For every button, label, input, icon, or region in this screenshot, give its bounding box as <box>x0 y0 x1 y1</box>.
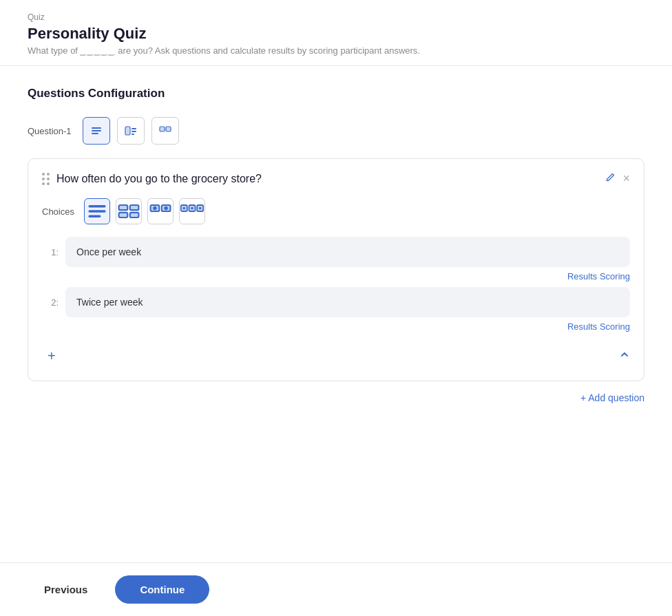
answer-row-2: 2: <box>42 287 630 317</box>
answer-input-1[interactable] <box>65 237 630 267</box>
choice-layout-3col-icon[interactable] <box>179 198 205 224</box>
bottom-action-row: + <box>42 337 630 367</box>
section-title: Questions Configuration <box>28 87 644 100</box>
svg-point-37 <box>199 207 202 210</box>
answer-row-1: 1: <box>42 237 630 267</box>
choice-layout-2col-text[interactable] <box>116 198 142 224</box>
main-content: Questions Configuration Question-1 <box>0 66 672 562</box>
previous-button[interactable]: Previous <box>28 575 104 604</box>
add-choice-button[interactable]: + <box>42 346 61 367</box>
svg-rect-3 <box>125 127 130 135</box>
answer-item-1: 1: Results Scoring <box>42 237 630 282</box>
add-question-button[interactable]: + Add question <box>580 392 644 403</box>
close-question-icon[interactable]: × <box>622 171 630 186</box>
footer: Previous Continue <box>0 562 672 616</box>
svg-rect-0 <box>92 127 101 129</box>
svg-rect-8 <box>160 127 165 131</box>
desc-blank: _____ <box>81 45 116 56</box>
choice-layout-2col-icon[interactable] <box>147 198 174 224</box>
svg-rect-7 <box>132 134 134 135</box>
question-header: How often do you go to the grocery store… <box>42 171 630 186</box>
svg-point-27 <box>153 206 156 210</box>
svg-rect-10 <box>166 127 171 131</box>
svg-point-35 <box>182 207 185 210</box>
results-scoring-row-1: Results Scoring <box>42 271 630 282</box>
header: Quiz Personality Quiz What type of _____… <box>0 0 672 66</box>
layout-btn-text-only[interactable] <box>83 117 110 145</box>
answer-input-2[interactable] <box>65 287 630 317</box>
svg-point-28 <box>164 206 167 210</box>
svg-rect-21 <box>130 213 139 217</box>
desc-prefix: What type of <box>28 45 81 56</box>
answer-item-2: 2: Results Scoring <box>42 287 630 332</box>
svg-rect-2 <box>92 133 98 134</box>
layout-btn-text-image[interactable] <box>117 117 145 145</box>
quiz-label: Quiz <box>28 12 644 22</box>
desc-suffix: are you? Ask questions and calculate res… <box>116 45 420 56</box>
svg-rect-15 <box>119 205 128 210</box>
svg-rect-14 <box>88 215 101 217</box>
continue-button[interactable]: Continue <box>115 575 209 604</box>
add-question-row: + Add question <box>28 390 644 403</box>
choices-row: Choices <box>42 198 630 224</box>
collapse-button[interactable] <box>619 349 630 363</box>
layout-btn-image-only[interactable] <box>151 117 179 145</box>
results-scoring-row-2: Results Scoring <box>42 321 630 332</box>
svg-rect-5 <box>132 128 136 129</box>
page-title: Personality Quiz <box>28 25 644 43</box>
drag-handle[interactable] <box>42 173 50 185</box>
results-scoring-link-2[interactable]: Results Scoring <box>567 321 630 332</box>
svg-rect-19 <box>119 213 128 217</box>
choices-label: Choices <box>42 206 74 217</box>
svg-rect-12 <box>88 205 105 208</box>
svg-rect-13 <box>88 210 105 213</box>
svg-rect-6 <box>132 131 136 132</box>
results-scoring-link-1[interactable]: Results Scoring <box>567 271 630 282</box>
svg-point-36 <box>191 207 193 210</box>
answer-number-2: 2: <box>42 297 59 308</box>
edit-question-icon[interactable] <box>605 172 616 185</box>
question-text: How often do you go to the grocery store… <box>56 173 598 185</box>
question-label: Question-1 <box>28 126 72 136</box>
question-config-row: Question-1 <box>28 117 644 145</box>
svg-rect-17 <box>130 205 139 210</box>
header-description: What type of _____ are you? Ask question… <box>28 45 644 56</box>
svg-rect-1 <box>92 130 101 131</box>
choice-layout-list[interactable] <box>84 198 110 224</box>
question-block: How often do you go to the grocery store… <box>28 158 644 381</box>
answer-number-1: 1: <box>42 247 59 257</box>
